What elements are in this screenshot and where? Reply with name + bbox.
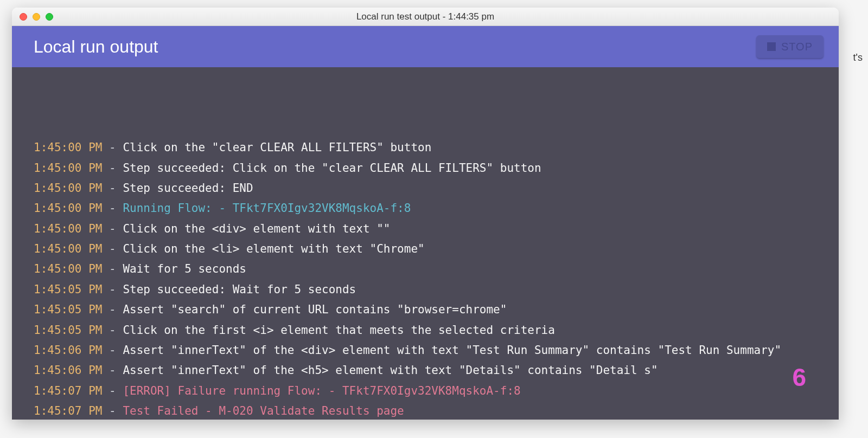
- log-line: 1:45:07 PM - Test Failed - M-020 Validat…: [34, 401, 819, 420]
- log-sep: -: [102, 202, 123, 215]
- log-line: 1:45:00 PM - Click on the "clear CLEAR A…: [34, 138, 819, 158]
- stop-button-label: STOP: [781, 41, 813, 53]
- log-message: Click on the first <i> element that meet…: [123, 324, 555, 337]
- log-timestamp: 1:45:00 PM: [34, 242, 102, 255]
- log-line: 1:45:00 PM - Click on the <li> element w…: [34, 239, 819, 259]
- log-sep: -: [102, 384, 123, 397]
- log-sep: -: [102, 182, 123, 195]
- log-message: Step succeeded: Wait for 5 seconds: [123, 283, 356, 296]
- log-timestamp: 1:45:07 PM: [34, 384, 102, 397]
- log-message: Step succeeded: END: [123, 182, 253, 195]
- background-text: t's: [853, 52, 863, 63]
- log-timestamp: 1:45:00 PM: [34, 162, 102, 175]
- log-timestamp: 1:45:00 PM: [34, 222, 102, 235]
- log-sep: -: [102, 324, 123, 337]
- log-message: Wait for 5 seconds: [123, 262, 246, 275]
- log-sep: -: [102, 262, 123, 275]
- log-message: Assert "search" of current URL contains …: [123, 303, 507, 316]
- close-icon[interactable]: [20, 13, 27, 21]
- log-message: Assert "innerText" of the <div> element …: [123, 344, 781, 357]
- stop-button[interactable]: STOP: [756, 35, 824, 58]
- log-line: 1:45:05 PM - Assert "search" of current …: [34, 300, 819, 320]
- log-line: 1:45:00 PM - Click on the <div> element …: [34, 219, 819, 239]
- log-line: 1:45:00 PM - Step succeeded: END: [34, 178, 819, 198]
- log-line: 1:45:06 PM - Assert "innerText" of the <…: [34, 340, 819, 360]
- log-timestamp: 1:45:00 PM: [34, 182, 102, 195]
- log-console[interactable]: 1:45:00 PM - Click on the "clear CLEAR A…: [12, 67, 839, 420]
- log-message: Click on the "clear CLEAR ALL FILTERS" b…: [123, 141, 431, 154]
- maximize-icon[interactable]: [46, 13, 53, 21]
- log-line: 1:45:07 PM - [ERROR] Failure running Flo…: [34, 381, 819, 401]
- log-timestamp: 1:45:06 PM: [34, 364, 102, 377]
- log-message: Assert "innerText" of the <h5> element w…: [123, 364, 658, 377]
- log-sep: -: [102, 222, 123, 235]
- log-sep: -: [102, 242, 123, 255]
- log-timestamp: 1:45:05 PM: [34, 324, 102, 337]
- log-sep: -: [102, 162, 123, 175]
- panel-header: Local run output STOP: [12, 26, 839, 67]
- window-title: Local run test output - 1:44:35 pm: [12, 11, 839, 22]
- log-message: Running Flow: - TFkt7FX0Igv32VK8MqskoA-f…: [123, 202, 411, 215]
- log-timestamp: 1:45:00 PM: [34, 202, 102, 215]
- log-message: [ERROR] Failure running Flow: - TFkt7FX0…: [123, 384, 520, 397]
- log-sep: -: [102, 141, 123, 154]
- log-line: 1:45:00 PM - Wait for 5 seconds: [34, 259, 819, 279]
- log-message: Step succeeded: Click on the "clear CLEA…: [123, 162, 541, 175]
- log-timestamp: 1:45:06 PM: [34, 344, 102, 357]
- log-sep: -: [102, 404, 123, 417]
- log-timestamp: 1:45:05 PM: [34, 283, 102, 296]
- stop-icon: [767, 42, 776, 51]
- window-controls: [12, 13, 53, 21]
- log-timestamp: 1:45:07 PM: [34, 404, 102, 417]
- output-window: Local run test output - 1:44:35 pm Local…: [12, 8, 839, 420]
- panel-title: Local run output: [34, 37, 158, 57]
- log-sep: -: [102, 303, 123, 316]
- log-message: Click on the <li> element with text "Chr…: [123, 242, 424, 255]
- minimize-icon[interactable]: [33, 13, 40, 21]
- log-sep: -: [102, 283, 123, 296]
- log-timestamp: 1:45:05 PM: [34, 303, 102, 316]
- log-line: 1:45:06 PM - Assert "innerText" of the <…: [34, 360, 819, 381]
- log-sep: -: [102, 344, 123, 357]
- log-sep: -: [102, 364, 123, 377]
- titlebar[interactable]: Local run test output - 1:44:35 pm: [12, 8, 839, 26]
- annotation-marker: 6: [792, 356, 806, 400]
- log-line: 1:45:00 PM - Running Flow: - TFkt7FX0Igv…: [34, 198, 819, 218]
- log-line: 1:45:05 PM - Step succeeded: Wait for 5 …: [34, 280, 819, 300]
- log-message: Test Failed - M-020 Validate Results pag…: [123, 404, 404, 417]
- log-timestamp: 1:45:00 PM: [34, 262, 102, 275]
- log-timestamp: 1:45:00 PM: [34, 141, 102, 154]
- log-line: 1:45:05 PM - Click on the first <i> elem…: [34, 320, 819, 340]
- log-message: Click on the <div> element with text "": [123, 222, 390, 235]
- log-line: 1:45:00 PM - Step succeeded: Click on th…: [34, 158, 819, 178]
